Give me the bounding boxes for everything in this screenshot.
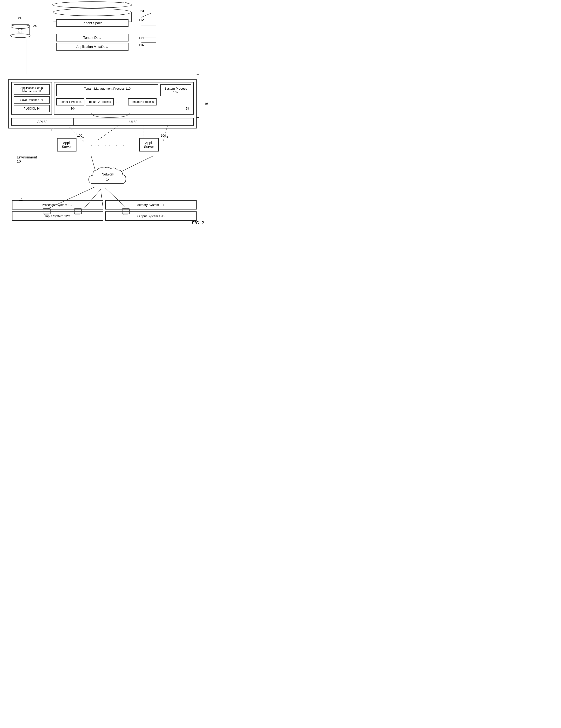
app-serverN-ref: 100N: [161, 134, 168, 138]
app-serverN-label1: Appl.: [144, 141, 154, 145]
save-routines: Save Routines 36: [14, 96, 50, 104]
tenant2-process: Tenant 2 Process: [86, 98, 114, 105]
network-section: Network 14: [5, 166, 211, 191]
output-system: Output System 12D: [105, 211, 197, 221]
network-label: Network: [102, 172, 114, 176]
environment-label: Environment 10: [17, 155, 211, 163]
memory-system: Memory System 12B: [105, 200, 197, 210]
ref114: 114: [139, 36, 144, 40]
servers-dots: . . . . . . . . . .: [91, 143, 125, 147]
ref28: 28: [186, 107, 189, 110]
app-server1-label1: Appl.: [62, 141, 72, 145]
app-server1-label2: Server: [62, 145, 72, 149]
app-server1-sub: 1: [82, 135, 84, 138]
network-ref: 14: [106, 178, 110, 181]
ui-section: UI 30: [74, 118, 193, 125]
ref104: 104: [71, 107, 76, 110]
server-box: 18 16 Application Setup Mechanism 38 Sav…: [8, 79, 197, 128]
sys-db-label2: DB: [18, 30, 23, 34]
left-column: Application Setup Mechanism 38 Save Rout…: [11, 82, 52, 115]
ref116: 116: [139, 43, 144, 47]
app-setup-mechanism: Application Setup Mechanism 38: [14, 84, 50, 95]
app-serverN-sub: N: [166, 135, 168, 138]
sys-db-ref25: 25: [33, 24, 37, 28]
ref23: 23: [140, 9, 144, 13]
system-process: System Process 102: [160, 84, 191, 96]
sys-db-ref24: 24: [18, 16, 21, 20]
bottom-section: 12 Processor System 12A Memory System 12…: [12, 200, 197, 221]
env-ref: 10: [17, 159, 211, 163]
app-server-1: Appl. Server: [57, 138, 76, 151]
tenant-management-process: Tenant Management Process 110: [56, 84, 158, 96]
system-boxes: Processor System 12A Memory System 12B I…: [12, 200, 197, 221]
app-serverN-label2: Server: [144, 145, 154, 149]
app-server1-ref: 1001: [77, 134, 84, 138]
ref18: 18: [51, 128, 54, 132]
input-system: Input System 12C: [12, 211, 103, 221]
fig-label: FIG. 2: [192, 221, 204, 226]
tenant-data-box: Tenant Data: [56, 34, 129, 41]
app-servers-row: Appl. Server 1001 . . . . . . . . . . Ap…: [5, 138, 211, 151]
ref112: 112: [139, 18, 144, 22]
app-server-n: Appl. Server: [139, 138, 159, 151]
api-section: API 32: [12, 118, 74, 125]
plsoql: PL/SOQL 34: [14, 105, 50, 112]
processor-system: Processor System 12A: [12, 200, 103, 210]
ref16: 16: [204, 102, 208, 106]
tenant-space-box: Tenant Space: [56, 19, 129, 27]
right-column: Tenant Management Process 110 System Pro…: [54, 82, 194, 115]
tenant1-process: Tenant 1 Process: [56, 98, 84, 105]
app-metadata-box: Application MetaData: [56, 43, 129, 51]
tenantN-process: Tenant N Process: [128, 98, 157, 105]
dots-separator: . . . . .: [115, 100, 127, 104]
sys-db: Sys. DB 24 25: [11, 22, 30, 35]
ref12-1: 12: [19, 198, 23, 201]
